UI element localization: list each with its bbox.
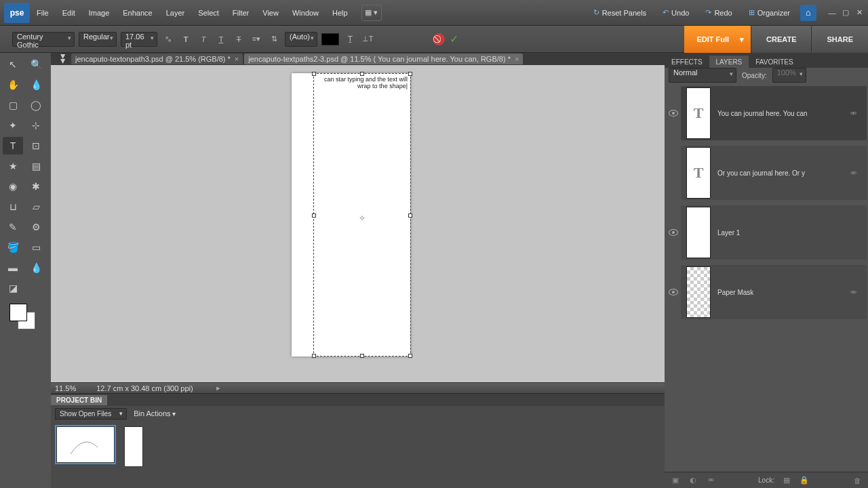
stamp-tool[interactable]: ⊔ — [3, 198, 23, 216]
visibility-toggle-icon[interactable] — [669, 289, 678, 296]
move-tool[interactable]: ↖ — [3, 56, 23, 73]
italic-icon[interactable]: T — [197, 33, 210, 46]
type-tool[interactable]: T — [3, 137, 23, 155]
link-icon[interactable]: ⚮ — [850, 109, 861, 118]
fx-icon[interactable]: ◐ — [688, 475, 698, 486]
foreground-swatch[interactable] — [9, 304, 27, 321]
visibility-toggle-icon[interactable] — [669, 110, 678, 117]
reset-panels-button[interactable]: ↻Reset Panels — [587, 3, 652, 22]
tab-layers[interactable]: LAYERS — [709, 56, 749, 68]
document-tab[interactable]: jencaputo-textonpath3.psd @ 21.5% (RGB/8… — [71, 54, 243, 64]
link-layers-icon[interactable]: ⚮ — [705, 475, 716, 486]
cancel-icon[interactable]: ⃠ — [433, 33, 445, 45]
tab-close-icon[interactable]: × — [235, 55, 239, 63]
blur-tool[interactable]: 💧 — [26, 259, 46, 277]
menu-file[interactable]: File — [30, 0, 56, 26]
marquee-tool[interactable]: ▢ — [3, 96, 23, 114]
menu-window[interactable]: Window — [285, 0, 326, 26]
status-arrow-icon[interactable]: ▸ — [216, 384, 220, 392]
layer-row[interactable]: Paper Mask⚮ — [666, 263, 867, 321]
zoom-tool[interactable]: 🔍 — [26, 56, 46, 73]
gradient-tool[interactable]: ▭ — [26, 239, 46, 256]
undo-button[interactable]: ↶Undo — [656, 3, 695, 22]
commit-icon[interactable]: ✓ — [448, 33, 460, 45]
share-button[interactable]: SHARE — [811, 26, 868, 53]
maximize-icon[interactable]: ▢ — [840, 7, 852, 18]
visibility-toggle-icon[interactable] — [669, 229, 678, 236]
text-color-swatch[interactable] — [321, 33, 339, 45]
new-layer-icon[interactable]: ▣ — [670, 475, 681, 486]
minimize-icon[interactable]: — — [826, 7, 838, 18]
recompose-tool[interactable]: ▤ — [26, 157, 46, 175]
tab-effects[interactable]: EFFECTS — [665, 56, 709, 68]
document-tab[interactable]: jencaputo-textpaths2-3.psd @ 11.5% ( You… — [244, 54, 523, 64]
redeye-tool[interactable]: ◉ — [3, 178, 23, 195]
layer-row[interactable]: TYou can journal here. You can⚮ — [666, 84, 867, 142]
warp-text-icon[interactable]: Ṯ — [343, 33, 357, 46]
align-dropdown[interactable]: ≡▾ — [250, 33, 263, 46]
menu-layer[interactable]: Layer — [159, 0, 192, 26]
layer-row[interactable]: TOr you can journal here. Or y⚮ — [666, 144, 867, 202]
color-swatches[interactable] — [9, 304, 37, 331]
arrange-docs-button[interactable]: ▦ ▾ — [361, 5, 382, 21]
delete-layer-icon[interactable]: 🗑 — [852, 475, 863, 486]
smartbrush-tool[interactable]: ⚙ — [26, 218, 46, 236]
underline-icon[interactable]: T — [214, 33, 228, 46]
cookie-cutter-tool[interactable]: ★ — [3, 157, 23, 175]
shape-tool[interactable]: ▬ — [3, 259, 23, 277]
canvas-viewport[interactable]: can star typing and the text will wrap t… — [51, 65, 665, 382]
lasso-tool[interactable]: ◯ — [26, 96, 46, 114]
menu-help[interactable]: Help — [326, 0, 355, 26]
text-bounding-box[interactable]: can star typing and the text will wrap t… — [313, 73, 411, 357]
layer-row[interactable]: Layer 1 — [666, 203, 867, 262]
antialias-icon[interactable]: ᵃₐ — [161, 33, 175, 46]
bucket-tool[interactable]: 🪣 — [3, 239, 23, 256]
tab-favorites[interactable]: FAVORITES — [749, 56, 800, 68]
orientation-icon[interactable]: ⊥T — [361, 33, 374, 46]
organizer-button[interactable]: ⊞Organizer — [743, 3, 796, 22]
healing-tool[interactable]: ✱ — [26, 178, 46, 195]
edit-mode-button[interactable]: EDIT Full — [684, 26, 751, 53]
layer-thumbnail[interactable]: T — [686, 147, 711, 199]
bin-filter-dropdown[interactable]: Show Open Files — [55, 408, 127, 420]
create-button[interactable]: CREATE — [751, 26, 811, 53]
close-icon[interactable]: ✕ — [853, 7, 865, 18]
menu-edit[interactable]: Edit — [56, 0, 82, 26]
bin-thumbnail[interactable] — [124, 426, 143, 467]
lock-all-icon[interactable]: 🔒 — [799, 475, 810, 486]
blend-mode-dropdown[interactable]: Normal — [669, 68, 736, 83]
home-icon[interactable]: ⌂ — [800, 5, 816, 21]
opacity-dropdown[interactable]: 100% — [772, 68, 806, 83]
font-style-dropdown[interactable]: Regular — [79, 32, 117, 47]
link-icon[interactable]: ⚮ — [850, 169, 861, 178]
layer-thumbnail[interactable] — [686, 207, 711, 258]
menu-enhance[interactable]: Enhance — [116, 0, 159, 26]
font-size-dropdown[interactable]: 17.06 pt — [121, 32, 157, 47]
lock-label: Lock: — [758, 476, 774, 484]
wand-tool[interactable]: ✦ — [3, 117, 23, 134]
bold-icon[interactable]: T — [179, 33, 193, 46]
redo-button[interactable]: ↷Redo — [699, 3, 738, 22]
tab-close-icon[interactable]: × — [515, 55, 519, 63]
layer-thumbnail[interactable]: T — [686, 87, 711, 139]
bin-actions-dropdown[interactable]: Bin Actions ▾ — [134, 409, 176, 418]
menu-select[interactable]: Select — [191, 0, 226, 26]
expand-tabs-icon[interactable]: ◀◀ — [59, 54, 66, 64]
layer-thumbnail[interactable] — [686, 266, 711, 318]
link-icon[interactable]: ⚮ — [850, 288, 861, 297]
font-family-dropdown[interactable]: Century Gothic — [12, 32, 75, 47]
lock-trans-icon[interactable]: ▦ — [781, 475, 792, 486]
sponge-tool[interactable]: ◪ — [3, 279, 23, 297]
bin-thumbnail[interactable] — [56, 426, 115, 463]
menu-filter[interactable]: Filter — [226, 0, 256, 26]
menu-view[interactable]: View — [256, 0, 285, 26]
crop-tool[interactable]: ⊡ — [26, 137, 46, 155]
leading-dropdown[interactable]: (Auto) — [285, 32, 317, 47]
brush-tool[interactable]: ✎ — [3, 218, 23, 236]
eyedropper-tool[interactable]: 💧 — [26, 76, 46, 94]
hand-tool[interactable]: ✋ — [3, 76, 23, 94]
eraser-tool[interactable]: ▱ — [26, 198, 46, 216]
menu-image[interactable]: Image — [82, 0, 117, 26]
strikethrough-icon[interactable]: T — [232, 33, 245, 46]
quickselect-tool[interactable]: ⊹ — [26, 117, 46, 134]
